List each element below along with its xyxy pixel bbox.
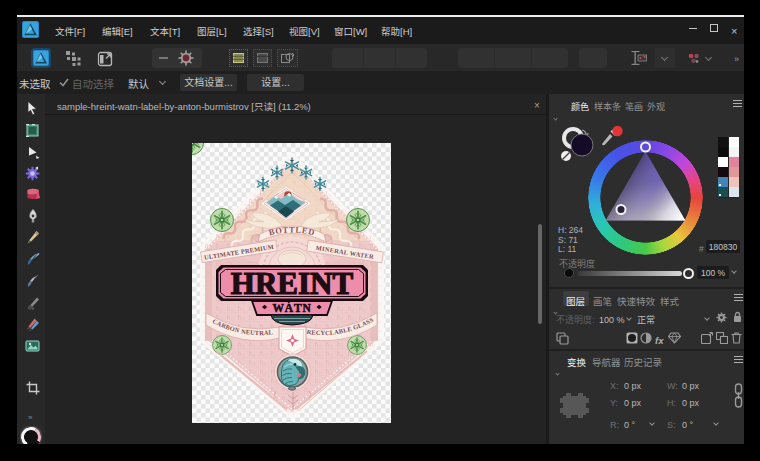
- svg-text:WÁTN: WÁTN: [273, 301, 312, 314]
- svg-text:HREINT: HREINT: [231, 266, 354, 301]
